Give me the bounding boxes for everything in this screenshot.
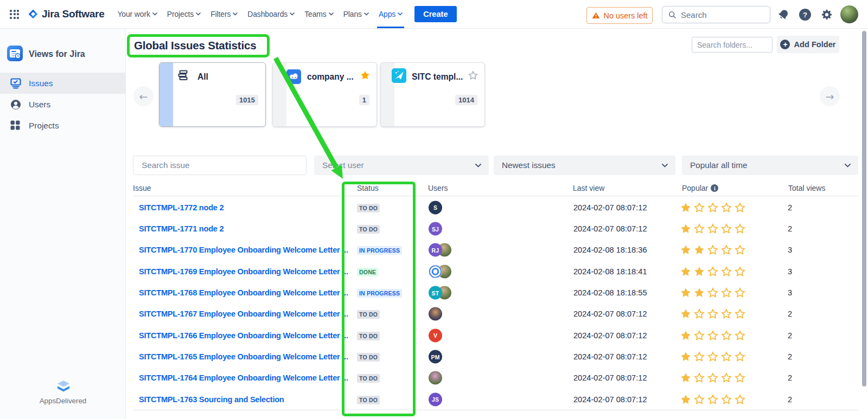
star-outline-icon[interactable] [693,223,705,235]
select-user-dropdown[interactable]: Select user [314,156,489,175]
issue-link[interactable]: SITCTMPL-1771 node 2 [139,224,224,233]
user-avatar[interactable]: ST [429,286,442,300]
star-outline-icon[interactable] [734,287,746,299]
star-outline-icon[interactable] [707,223,719,235]
star-outline-icon[interactable] [734,330,746,341]
star-filled-icon[interactable] [693,244,705,256]
star-outline-icon[interactable] [720,223,732,235]
star-outline-icon[interactable] [720,308,732,320]
app-switcher-icon[interactable] [10,10,19,19]
star-filled-icon[interactable] [693,266,705,278]
info-icon[interactable]: i [711,184,718,192]
star-filled-icon[interactable] [680,202,692,214]
star-outline-icon[interactable] [734,351,746,363]
issue-link[interactable]: SITCTMPL-1765 Employee Onboarding Welcom… [139,352,348,361]
star-outline-icon[interactable] [707,202,719,214]
star-outline-icon[interactable] [707,287,719,299]
star-outline-icon[interactable] [720,394,732,405]
nav-item-dashboards[interactable]: Dashboards [247,0,295,28]
user-avatar[interactable]: V [429,328,442,342]
star-outline-icon[interactable] [693,330,705,341]
star-outline-icon[interactable] [734,308,746,320]
issue-link[interactable]: SITCTMPL-1767 Employee Onboarding Welcom… [139,310,348,318]
sidebar-item-issues[interactable]: Issues [0,73,125,94]
nav-item-filters[interactable]: Filters [210,0,238,28]
star-outline-icon[interactable] [734,223,746,235]
star-outline-icon[interactable] [734,266,746,278]
user-avatar[interactable] [429,371,442,385]
issue-link[interactable]: SITCTMPL-1769 Employee Onboarding Welcom… [139,267,348,276]
user-avatar[interactable]: JS [429,392,442,406]
no-users-left-button[interactable]: No users left [586,7,653,24]
global-search-input[interactable]: Search [662,6,770,23]
scrollbar-thumb[interactable] [862,31,866,386]
star-outline-icon[interactable] [707,351,719,363]
issue-link[interactable]: SITCTMPL-1764 Employee Onboarding Welcom… [139,373,348,382]
star-outline-icon[interactable] [707,244,719,256]
nav-item-projects[interactable]: Projects [167,0,201,28]
star-filled-icon[interactable] [693,287,705,299]
user-avatar[interactable]: S [429,201,442,214]
star-outline-icon[interactable] [720,202,732,214]
star-outline-icon[interactable] [720,266,732,278]
sidebar-item-projects[interactable]: Projects [0,115,125,136]
nav-item-your-work[interactable]: Your work [117,0,157,28]
star-outline-icon[interactable] [734,202,746,214]
nav-item-plans[interactable]: Plans [343,0,369,28]
user-avatar[interactable] [429,265,442,278]
create-button[interactable]: Create [414,6,456,22]
star-outline-icon[interactable] [734,372,746,384]
star-filled-icon[interactable] [680,287,692,299]
star-outline-icon[interactable] [707,330,719,341]
star-outline-icon[interactable] [734,394,746,405]
star-outline-icon[interactable] [693,351,705,363]
folder-card[interactable]: All1015 [159,62,266,127]
user-avatar[interactable]: RJ [429,243,442,257]
user-avatar[interactable]: PM [429,350,442,364]
star-outline-icon[interactable] [707,266,719,278]
star-outline-icon[interactable] [720,244,732,256]
sidebar-item-users[interactable]: Users [0,94,125,115]
star-outline-icon[interactable] [693,308,705,320]
favorite-star-icon[interactable] [468,70,478,81]
star-filled-icon[interactable] [680,372,692,384]
star-filled-icon[interactable] [680,394,692,405]
folder-card[interactable]: SITC templ...1014 [380,62,485,127]
issue-link[interactable]: SITCTMPL-1766 Employee Onboarding Welcom… [139,331,348,340]
star-outline-icon[interactable] [720,330,732,341]
add-folder-button[interactable]: + Add Folder [777,36,839,53]
star-outline-icon[interactable] [720,372,732,384]
star-outline-icon[interactable] [707,308,719,320]
issue-link[interactable]: SITCTMPL-1768 Employee Onboarding Welcom… [139,288,348,297]
popular-range-dropdown[interactable]: Popular all time [682,156,858,175]
nav-item-teams[interactable]: Teams [304,0,333,28]
issue-link[interactable]: SITCTMPL-1772 node 2 [139,203,224,212]
jira-logo[interactable]: Jira Software [28,8,104,20]
star-filled-icon[interactable] [680,223,692,235]
star-outline-icon[interactable] [720,351,732,363]
nav-item-apps[interactable]: Apps [379,0,403,28]
user-avatar[interactable] [840,5,858,23]
user-avatar[interactable]: SJ [429,222,442,236]
search-issue-input[interactable]: Search issue [133,156,307,175]
star-outline-icon[interactable] [707,372,719,384]
cards-prev-button[interactable]: ← [133,86,154,106]
star-outline-icon[interactable] [734,244,746,256]
favorite-star-icon[interactable] [360,70,371,81]
folders-search-input[interactable]: Search folders... [692,37,773,53]
issue-link[interactable]: SITCTMPL-1770 Employee Onboarding Welcom… [139,246,348,254]
folder-card[interactable]: company ...1 [272,62,377,127]
star-filled-icon[interactable] [680,266,692,278]
star-outline-icon[interactable] [693,202,705,214]
star-filled-icon[interactable] [680,351,692,363]
star-outline-icon[interactable] [693,372,705,384]
star-outline-icon[interactable] [693,394,705,405]
cards-next-button[interactable]: → [820,86,840,106]
help-icon[interactable]: ? [799,9,811,21]
star-filled-icon[interactable] [680,308,692,320]
star-filled-icon[interactable] [680,244,692,256]
sort-issues-dropdown[interactable]: Newest issues [494,156,675,175]
user-avatar[interactable] [429,307,442,321]
settings-gear-icon[interactable] [821,9,833,21]
star-filled-icon[interactable] [680,330,692,341]
